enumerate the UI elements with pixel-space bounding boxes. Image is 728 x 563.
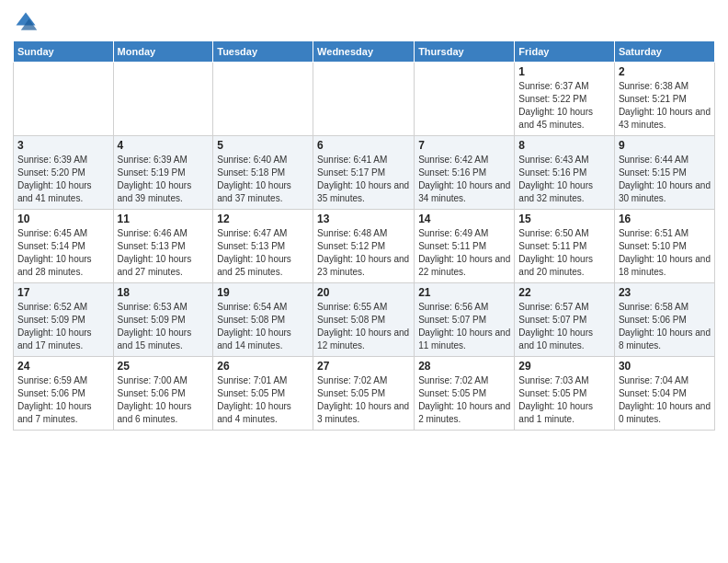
day-number: 22 <box>518 286 610 299</box>
weekday-header-saturday: Saturday <box>614 41 714 63</box>
weekday-header-monday: Monday <box>113 41 213 63</box>
week-row-3: 10Sunrise: 6:45 AMSunset: 5:14 PMDayligh… <box>14 210 715 283</box>
day-cell: 24Sunrise: 6:59 AMSunset: 5:06 PMDayligh… <box>14 357 114 431</box>
day-number: 29 <box>518 360 610 373</box>
day-cell: 1Sunrise: 6:37 AMSunset: 5:22 PMDaylight… <box>515 63 615 136</box>
day-cell: 28Sunrise: 7:02 AMSunset: 5:05 PMDayligh… <box>415 357 515 431</box>
calendar-table: SundayMondayTuesdayWednesdayThursdayFrid… <box>13 40 715 431</box>
day-info: Sunrise: 6:48 AMSunset: 5:12 PMDaylight:… <box>317 227 410 279</box>
day-number: 28 <box>418 360 510 373</box>
day-info: Sunrise: 6:41 AMSunset: 5:17 PMDaylight:… <box>317 154 410 205</box>
day-info: Sunrise: 6:37 AMSunset: 5:22 PMDaylight:… <box>518 80 610 132</box>
day-info: Sunrise: 7:03 AMSunset: 5:05 PMDaylight:… <box>518 374 610 426</box>
day-info: Sunrise: 6:43 AMSunset: 5:16 PMDaylight:… <box>518 154 610 205</box>
day-cell: 23Sunrise: 6:58 AMSunset: 5:06 PMDayligh… <box>614 283 714 357</box>
day-info: Sunrise: 6:47 AMSunset: 5:13 PMDaylight:… <box>217 227 309 279</box>
day-cell: 26Sunrise: 7:01 AMSunset: 5:05 PMDayligh… <box>213 357 313 431</box>
day-cell: 2Sunrise: 6:38 AMSunset: 5:21 PMDaylight… <box>614 63 714 136</box>
day-number: 14 <box>418 213 510 225</box>
day-info: Sunrise: 6:39 AMSunset: 5:19 PMDaylight:… <box>118 154 210 205</box>
day-number: 20 <box>317 286 410 299</box>
day-number: 13 <box>317 213 410 225</box>
day-cell: 27Sunrise: 7:02 AMSunset: 5:05 PMDayligh… <box>313 357 415 431</box>
day-cell: 9Sunrise: 6:44 AMSunset: 5:15 PMDaylight… <box>614 136 714 210</box>
day-cell: 30Sunrise: 7:04 AMSunset: 5:04 PMDayligh… <box>614 357 714 431</box>
weekday-header-row: SundayMondayTuesdayWednesdayThursdayFrid… <box>14 41 715 63</box>
day-cell: 3Sunrise: 6:39 AMSunset: 5:20 PMDaylight… <box>14 136 114 210</box>
day-cell <box>113 63 213 136</box>
day-number: 5 <box>217 139 309 152</box>
day-info: Sunrise: 7:00 AMSunset: 5:06 PMDaylight:… <box>118 374 210 426</box>
day-cell: 15Sunrise: 6:50 AMSunset: 5:11 PMDayligh… <box>515 210 615 283</box>
week-row-5: 24Sunrise: 6:59 AMSunset: 5:06 PMDayligh… <box>14 357 715 431</box>
day-number: 10 <box>17 213 109 225</box>
day-number: 24 <box>17 360 109 373</box>
day-info: Sunrise: 6:45 AMSunset: 5:14 PMDaylight:… <box>17 227 109 279</box>
day-info: Sunrise: 6:57 AMSunset: 5:07 PMDaylight:… <box>518 301 610 352</box>
day-number: 27 <box>317 360 410 373</box>
day-number: 25 <box>118 360 210 373</box>
day-info: Sunrise: 7:02 AMSunset: 5:05 PMDaylight:… <box>317 374 410 426</box>
day-number: 11 <box>118 213 210 225</box>
day-info: Sunrise: 6:44 AMSunset: 5:15 PMDaylight:… <box>619 154 711 205</box>
day-cell: 20Sunrise: 6:55 AMSunset: 5:08 PMDayligh… <box>313 283 415 357</box>
day-cell: 8Sunrise: 6:43 AMSunset: 5:16 PMDaylight… <box>515 136 615 210</box>
weekday-header-wednesday: Wednesday <box>313 41 415 63</box>
day-info: Sunrise: 6:38 AMSunset: 5:21 PMDaylight:… <box>619 80 711 132</box>
day-info: Sunrise: 6:54 AMSunset: 5:08 PMDaylight:… <box>217 301 309 352</box>
day-cell: 21Sunrise: 6:56 AMSunset: 5:07 PMDayligh… <box>415 283 515 357</box>
day-cell: 6Sunrise: 6:41 AMSunset: 5:17 PMDaylight… <box>313 136 415 210</box>
day-number: 21 <box>418 286 510 299</box>
day-cell: 5Sunrise: 6:40 AMSunset: 5:18 PMDaylight… <box>213 136 313 210</box>
day-cell <box>213 63 313 136</box>
day-cell: 18Sunrise: 6:53 AMSunset: 5:09 PMDayligh… <box>113 283 213 357</box>
day-cell: 14Sunrise: 6:49 AMSunset: 5:11 PMDayligh… <box>415 210 515 283</box>
day-info: Sunrise: 7:02 AMSunset: 5:05 PMDaylight:… <box>418 374 510 426</box>
day-cell <box>313 63 415 136</box>
day-info: Sunrise: 6:58 AMSunset: 5:06 PMDaylight:… <box>619 301 711 352</box>
day-number: 2 <box>619 65 711 78</box>
day-info: Sunrise: 6:52 AMSunset: 5:09 PMDaylight:… <box>17 301 109 352</box>
day-number: 17 <box>17 286 109 299</box>
day-cell: 10Sunrise: 6:45 AMSunset: 5:14 PMDayligh… <box>14 210 114 283</box>
day-cell: 19Sunrise: 6:54 AMSunset: 5:08 PMDayligh… <box>213 283 313 357</box>
day-number: 9 <box>619 139 711 152</box>
weekday-header-thursday: Thursday <box>415 41 515 63</box>
day-info: Sunrise: 6:59 AMSunset: 5:06 PMDaylight:… <box>17 374 109 426</box>
day-number: 3 <box>17 139 109 152</box>
logo-icon <box>13 9 39 35</box>
day-cell: 17Sunrise: 6:52 AMSunset: 5:09 PMDayligh… <box>14 283 114 357</box>
day-info: Sunrise: 7:04 AMSunset: 5:04 PMDaylight:… <box>619 374 711 426</box>
weekday-header-friday: Friday <box>515 41 615 63</box>
page: SundayMondayTuesdayWednesdayThursdayFrid… <box>0 0 728 563</box>
week-row-4: 17Sunrise: 6:52 AMSunset: 5:09 PMDayligh… <box>14 283 715 357</box>
day-number: 6 <box>317 139 410 152</box>
day-number: 8 <box>518 139 610 152</box>
day-cell: 7Sunrise: 6:42 AMSunset: 5:16 PMDaylight… <box>415 136 515 210</box>
day-number: 16 <box>619 213 711 225</box>
day-info: Sunrise: 6:56 AMSunset: 5:07 PMDaylight:… <box>418 301 510 352</box>
day-info: Sunrise: 6:40 AMSunset: 5:18 PMDaylight:… <box>217 154 309 205</box>
day-info: Sunrise: 6:39 AMSunset: 5:20 PMDaylight:… <box>17 154 109 205</box>
day-info: Sunrise: 6:51 AMSunset: 5:10 PMDaylight:… <box>619 227 711 279</box>
day-cell <box>14 63 114 136</box>
day-number: 1 <box>518 65 610 78</box>
day-number: 12 <box>217 213 309 225</box>
day-cell: 12Sunrise: 6:47 AMSunset: 5:13 PMDayligh… <box>213 210 313 283</box>
day-cell: 13Sunrise: 6:48 AMSunset: 5:12 PMDayligh… <box>313 210 415 283</box>
day-info: Sunrise: 6:49 AMSunset: 5:11 PMDaylight:… <box>418 227 510 279</box>
day-number: 15 <box>518 213 610 225</box>
day-cell: 11Sunrise: 6:46 AMSunset: 5:13 PMDayligh… <box>113 210 213 283</box>
day-number: 30 <box>619 360 711 373</box>
header <box>13 9 715 35</box>
logo <box>13 9 42 35</box>
day-info: Sunrise: 6:42 AMSunset: 5:16 PMDaylight:… <box>418 154 510 205</box>
day-info: Sunrise: 6:53 AMSunset: 5:09 PMDaylight:… <box>118 301 210 352</box>
week-row-1: 1Sunrise: 6:37 AMSunset: 5:22 PMDaylight… <box>14 63 715 136</box>
day-number: 7 <box>418 139 510 152</box>
day-number: 18 <box>118 286 210 299</box>
day-cell: 29Sunrise: 7:03 AMSunset: 5:05 PMDayligh… <box>515 357 615 431</box>
day-cell: 25Sunrise: 7:00 AMSunset: 5:06 PMDayligh… <box>113 357 213 431</box>
day-info: Sunrise: 6:50 AMSunset: 5:11 PMDaylight:… <box>518 227 610 279</box>
day-number: 4 <box>118 139 210 152</box>
